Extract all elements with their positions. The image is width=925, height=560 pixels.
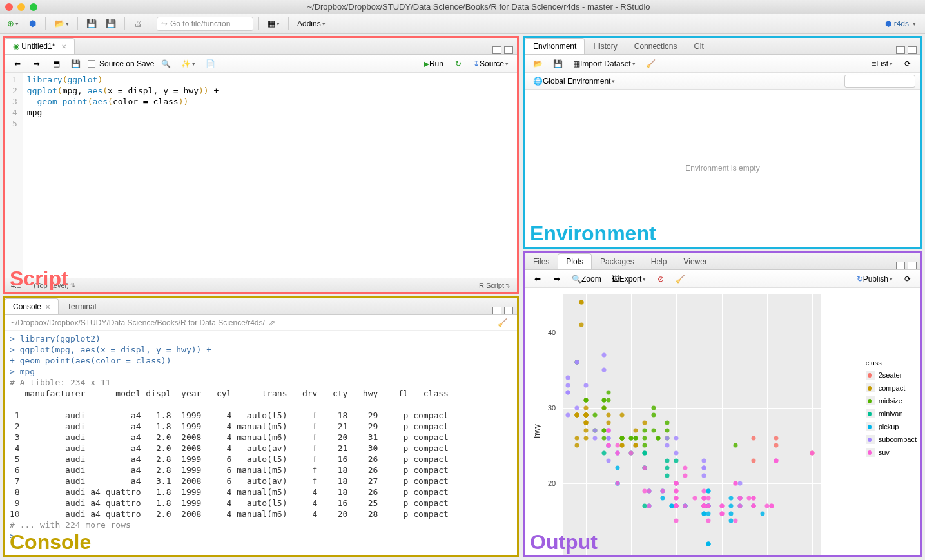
output-tab-help[interactable]: Help [643,253,676,269]
rerun-button[interactable]: ↻ [451,57,466,71]
data-point [584,405,589,410]
zoom-window-button[interactable] [30,3,37,11]
env-tab-environment[interactable]: Environment [525,38,585,54]
maximize-pane-icon[interactable] [504,307,513,314]
console-working-dir: ~/Dropbox/Dropbox/STUDY/Data Science/Boo… [11,318,265,327]
env-scope-button[interactable]: 🌐 Global Environment▾ [530,74,618,88]
data-point [620,413,625,418]
run-button[interactable]: ▶ Run [420,57,447,71]
project-name: r4ds [894,19,909,28]
data-point [584,436,589,440]
env-tab-history[interactable]: History [585,38,625,54]
minimize-pane-icon[interactable] [492,46,501,54]
open-file-button[interactable]: 📂▾ [51,17,72,31]
data-point [661,496,665,501]
goto-icon: ↪ [161,19,168,28]
save-all-button[interactable]: 💾 [102,17,119,31]
data-point [634,443,638,448]
compile-report-button[interactable]: 📄 [202,57,219,71]
console-tab-terminal[interactable]: Terminal [59,298,104,314]
back-button[interactable]: ⬅ [10,57,25,71]
view-mode-button[interactable]: ≡ List▾ [868,57,896,71]
find-button[interactable]: 🔍 [158,57,174,71]
r-file-icon: ◉ [13,42,19,51]
data-point [566,391,570,395]
print-button[interactable]: 🖨 [130,17,146,31]
new-project-button[interactable]: ⬢ [24,17,40,31]
clear-env-button[interactable]: 🧹 [643,57,659,71]
legend-item: subcompact [866,435,917,444]
data-point [566,413,570,418]
code-tools-button[interactable]: ✨▾ [178,57,199,71]
refresh-env-button[interactable]: ⟳ [900,57,915,71]
environment-pane: EnvironmentHistoryConnectionsGit 📂 💾 ▦ I… [523,36,922,249]
new-file-button[interactable]: ⊕▾ [4,17,22,31]
data-point [643,421,647,425]
plot-area: class 2seatercompactmidsizeminivanpickup… [525,288,920,555]
save-workspace-button[interactable]: 💾 [550,57,566,71]
maximize-pane-icon[interactable] [504,46,513,54]
data-point [652,428,656,432]
scope-indicator[interactable]: (Top Level) [34,282,68,289]
data-point [643,504,647,508]
data-point [701,466,706,470]
save-button[interactable]: 💾 [83,17,100,31]
data-point [602,398,607,403]
zoom-button[interactable]: 🔍 Zoom [569,272,605,286]
data-point [665,436,670,440]
plot-next-button[interactable]: ➡ [549,272,565,286]
code-editor[interactable]: 12345 library(ggplot) ggplot(mpg, aes(x … [5,73,517,278]
env-search-input[interactable] [844,75,915,88]
data-point [706,541,710,546]
plot-prev-button[interactable]: ⬅ [530,272,545,286]
minimize-window-button[interactable] [17,3,25,11]
source-on-save-checkbox[interactable] [88,60,95,68]
close-icon[interactable]: ✕ [45,304,50,311]
output-tab-packages[interactable]: Packages [592,253,643,269]
maximize-pane-icon[interactable] [908,262,917,269]
goto-placeholder: Go to file/function [170,19,230,28]
publish-button[interactable]: ↻ Publish▾ [853,272,896,286]
output-tab-files[interactable]: Files [525,253,558,269]
export-button[interactable]: 🖼 Export▾ [609,272,650,286]
env-tab-git[interactable]: Git [685,38,712,54]
addins-button[interactable]: Addins▾ [294,17,329,31]
show-in-new-window-button[interactable]: ⬒ [48,57,64,71]
wd-popout-icon[interactable]: ⬀ [269,318,275,327]
maximize-pane-icon[interactable] [908,46,917,54]
console-tab-console[interactable]: Console✕ [5,298,59,314]
env-tab-connections[interactable]: Connections [626,38,686,54]
tools-button[interactable]: ▦▾ [264,17,283,31]
file-type-indicator[interactable]: R Script [479,282,504,289]
minimize-pane-icon[interactable] [896,46,905,54]
minimize-pane-icon[interactable] [492,307,501,314]
source-button[interactable]: ↧ Source▾ [470,57,512,71]
console-output[interactable]: > library(ggplot2) > ggplot(mpg, aes(x =… [5,331,517,555]
clear-plots-button[interactable]: 🧹 [672,272,688,286]
project-icon: ⬢ [885,19,891,28]
save-script-button[interactable]: 💾 [68,57,84,71]
environment-body: Environment is empty [525,90,920,247]
load-workspace-button[interactable]: 📂 [530,57,546,71]
data-point [674,436,679,440]
output-tab-plots[interactable]: Plots [558,253,592,269]
data-point [584,421,589,425]
data-point [602,451,607,456]
data-point [616,451,620,456]
close-icon[interactable]: ✕ [61,43,66,50]
remove-plot-button[interactable]: ⊘ [653,272,668,286]
data-point [764,504,769,508]
goto-file-function-input[interactable]: ↪ Go to file/function [157,17,253,31]
data-point [683,474,688,478]
output-tab-viewer[interactable]: Viewer [675,253,715,269]
project-menu[interactable]: ⬢ r4ds ▾ [880,18,921,30]
clear-console-button[interactable]: 🧹 [494,316,511,330]
import-dataset-button[interactable]: ▦ Import Dataset▾ [570,57,639,71]
data-point [674,496,679,501]
refresh-plot-button[interactable]: ⟳ [900,272,915,286]
script-tab[interactable]: ◉ Untitled1* ✕ [5,38,75,54]
data-point [643,443,647,448]
minimize-pane-icon[interactable] [896,262,905,269]
forward-button[interactable]: ➡ [29,57,44,71]
close-window-button[interactable] [5,3,13,11]
